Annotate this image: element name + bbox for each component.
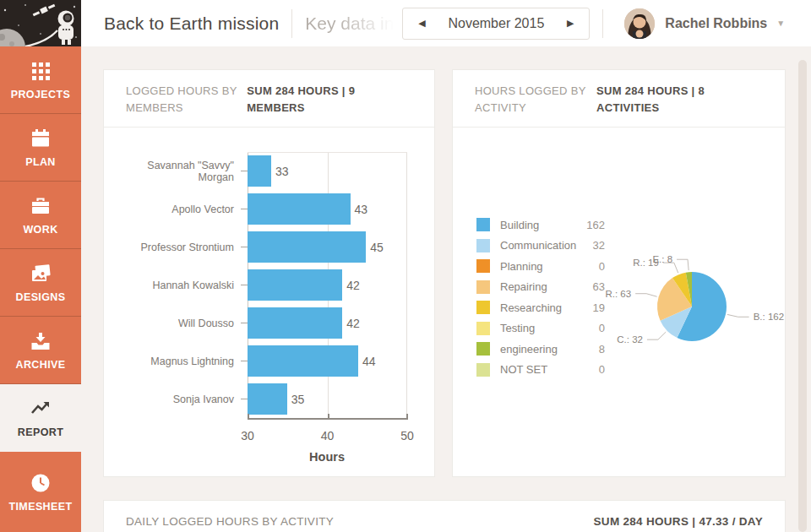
card-logged-hours-by-members: LOGGED HOURS BY MEMBERS SUM 284 HOURS | …: [103, 69, 435, 477]
sidebar-item-label: ARCHIVE: [15, 359, 65, 371]
bar-value: 35: [291, 393, 305, 406]
sidebar-item-archive[interactable]: ARCHIVE: [0, 317, 81, 384]
x-tick-label: 30: [241, 429, 254, 442]
bar-value: 42: [346, 317, 360, 330]
card-header: LOGGED HOURS BY MEMBERS SUM 284 HOURS | …: [104, 70, 434, 128]
x-tick-label: 40: [321, 429, 335, 442]
bar-track: 43: [248, 193, 406, 225]
legend-row-testing[interactable]: Testing0: [476, 322, 605, 335]
bar[interactable]: [248, 193, 351, 225]
sidebar-item-designs[interactable]: DESIGNS: [0, 249, 81, 317]
bar[interactable]: [248, 269, 342, 301]
pie-label-leader: [647, 332, 666, 339]
legend-swatch: [476, 301, 490, 314]
bar-value: 33: [275, 165, 289, 178]
scrollbar-thumb[interactable]: [798, 60, 807, 532]
bar-track: 35: [248, 383, 406, 415]
bar-value: 45: [370, 241, 384, 254]
legend-label: Building: [500, 219, 586, 231]
sidebar-item-label: DESIGNS: [15, 291, 65, 303]
briefcase-icon: [30, 195, 52, 217]
bar-row: Savannah "Savvy" Morgan33: [126, 152, 406, 190]
legend-row-researching[interactable]: Researching19: [476, 301, 605, 314]
app-logo[interactable]: [0, 0, 81, 46]
card-summary: SUM 284 HOURS | 9 MEMBERS: [247, 83, 414, 116]
card-daily-logged-hours: DAILY LOGGED HOURS BY ACTIVITY SUM 284 H…: [103, 500, 786, 532]
legend-swatch: [476, 322, 490, 335]
legend-row-building[interactable]: Building162: [476, 218, 605, 231]
chevron-down-icon[interactable]: ▼: [776, 19, 785, 28]
bar-row: Sonja Ivanov35: [126, 380, 406, 418]
pie-label-leader: [727, 314, 749, 317]
card-hours-by-activity: HOURS LOGGED BY ACTIVITY SUM 284 HOURS |…: [452, 69, 786, 477]
user-name: Rachel Robbins: [665, 16, 767, 31]
bar-row: Will Dousso42: [126, 304, 406, 342]
avatar[interactable]: [624, 8, 655, 39]
legend-label: engineering: [500, 343, 599, 356]
date-picker-value: November 2015: [448, 16, 544, 31]
bar[interactable]: [248, 155, 271, 187]
bar-chart: Savannah "Savvy" Morgan33Apollo Vector43…: [104, 128, 434, 480]
legend-label: NOT SET: [500, 363, 599, 376]
category-tick: [241, 285, 248, 285]
legend-label: Communication: [500, 239, 593, 252]
prev-month-arrow-icon[interactable]: ◀: [415, 15, 428, 31]
sidebar-item-work[interactable]: WORK: [0, 182, 81, 249]
pie-chart: Building162Communication32Planning0Repai…: [453, 128, 785, 480]
user-menu[interactable]: Rachel Robbins ▼: [624, 8, 785, 39]
date-picker[interactable]: ◀ November 2015 ▶: [402, 8, 590, 40]
legend-value: 162: [586, 219, 605, 231]
card-header: DAILY LOGGED HOURS BY ACTIVITY SUM 284 H…: [104, 501, 785, 532]
legend-row-engineering[interactable]: engineering8: [476, 342, 605, 356]
category-tick: [241, 209, 248, 209]
sidebar-item-timesheet[interactable]: TIMESHEET: [0, 452, 81, 532]
pie-slice-label: R.: 19: [633, 258, 659, 268]
bar-row: Hannah Kowalski42: [126, 266, 406, 304]
legend-row-planning[interactable]: Planning0: [476, 259, 605, 273]
bar[interactable]: [248, 345, 358, 377]
card-title: HOURS LOGGED BY ACTIVITY: [475, 83, 596, 116]
category-label: Apollo Vector: [126, 204, 241, 215]
sidebar-item-report[interactable]: REPORT: [0, 384, 81, 452]
category-label: Professor Strontium: [126, 242, 241, 253]
legend-row-not-set[interactable]: NOT SET0: [476, 363, 605, 377]
legend-swatch: [476, 363, 490, 377]
avatar-photo-icon: [624, 8, 655, 39]
category-tick: [241, 361, 248, 361]
sidebar-item-label: PROJECTS: [11, 89, 71, 100]
bar-row: Magnus Lightning44: [126, 342, 406, 380]
legend-row-repairing[interactable]: Repairing63: [476, 280, 605, 294]
top-header: Back to Earth mission Key data in ◀ Nove…: [0, 0, 811, 46]
legend-row-communication[interactable]: Communication32: [476, 239, 605, 252]
legend-value: 0: [599, 322, 605, 334]
card-title: DAILY LOGGED HOURS BY ACTIVITY: [126, 515, 334, 528]
pie-label-leader: [677, 259, 689, 270]
legend-value: 0: [599, 260, 605, 273]
sidebar-item-plan[interactable]: PLAN: [0, 114, 81, 182]
bar-row: Apollo Vector43: [126, 190, 406, 228]
bar-value: 42: [346, 279, 360, 292]
sidebar-item-projects[interactable]: PROJECTS: [0, 46, 81, 114]
pie-legend: Building162Communication32Planning0Repai…: [476, 218, 605, 383]
legend-value: 8: [599, 343, 605, 356]
legend-label: Researching: [500, 301, 593, 314]
bar[interactable]: [248, 231, 366, 263]
pie-label-leader: [663, 263, 678, 273]
bar-track: 44: [248, 345, 406, 377]
pie-slice-label: B.: 162: [754, 312, 784, 322]
legend-label: Repairing: [500, 280, 593, 293]
legend-swatch: [476, 259, 490, 273]
legend-label: Testing: [500, 322, 599, 334]
bar-value: 44: [362, 355, 376, 368]
legend-value: 63: [593, 280, 605, 293]
main-content: LOGGED HOURS BY MEMBERS SUM 284 HOURS | …: [81, 46, 811, 532]
category-tick: [241, 399, 248, 399]
next-month-arrow-icon[interactable]: ▶: [563, 15, 577, 31]
legend-value: 32: [593, 239, 605, 252]
bar-track: 45: [248, 231, 406, 263]
legend-swatch: [476, 280, 490, 294]
bar[interactable]: [248, 307, 342, 339]
header-divider: [602, 9, 603, 38]
bar[interactable]: [248, 383, 287, 415]
clock-icon: [30, 472, 52, 494]
